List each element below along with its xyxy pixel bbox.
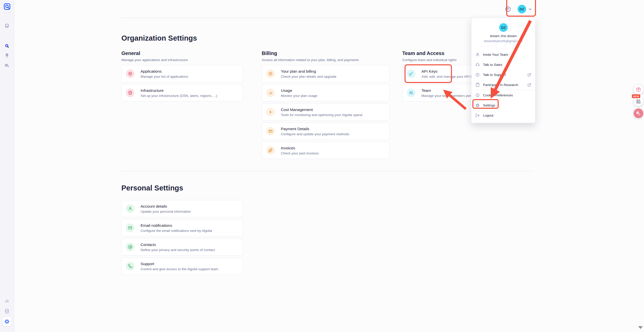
menu-item-settings[interactable]: Settings xyxy=(471,100,535,110)
person-icon xyxy=(126,204,135,213)
algolia-logo-icon[interactable] xyxy=(3,3,11,10)
card-title: Support xyxy=(141,261,218,266)
menu-item-talk-to-sales[interactable]: Talk to Sales xyxy=(471,60,535,70)
card-title: Invoices xyxy=(281,146,319,150)
card-description: Update your personal information xyxy=(141,210,191,214)
menu-item-label: Cookie Preferences xyxy=(483,93,513,97)
info-circle-icon xyxy=(475,93,480,97)
lightbulb-icon xyxy=(4,53,10,58)
bar-chart-icon xyxy=(266,89,275,97)
user-avatar-button[interactable]: DZ xyxy=(518,5,526,13)
menu-item-participate-in-research[interactable]: Participate in Research xyxy=(471,80,535,90)
home-icon xyxy=(4,23,10,28)
section-general: General Manage your applications and inf… xyxy=(121,50,243,161)
gear-icon xyxy=(475,103,480,107)
phone-icon xyxy=(126,262,135,270)
user-dropdown-header: DZ dream zhe dream dreamdreamzhe@gmail.c… xyxy=(471,18,535,49)
card-description: Control and give access to the Algolia s… xyxy=(141,267,218,271)
card-title: Usage xyxy=(281,88,317,93)
card-support[interactable]: Support Control and give access to the A… xyxy=(121,258,243,275)
menu-item-logout[interactable]: Logout xyxy=(471,110,535,120)
list-plus-icon xyxy=(4,63,10,68)
package-icon xyxy=(126,69,135,78)
annotation-arrows xyxy=(0,0,644,332)
card-infrastructure[interactable]: Infrastructure Set up your infrastructur… xyxy=(121,84,243,101)
key-icon xyxy=(407,69,415,78)
logout-icon xyxy=(475,113,480,118)
whats-new-button[interactable] xyxy=(634,85,643,94)
personal-settings-cards: Account details Update your personal inf… xyxy=(121,200,243,277)
at-sign-icon xyxy=(126,243,135,251)
card-title: Your plan and billing xyxy=(281,69,336,74)
menu-item-label: Talk to Sales xyxy=(483,63,502,67)
menu-item-invite-your-team[interactable]: Invite Your Team xyxy=(471,49,535,60)
paperclip-icon xyxy=(266,146,275,155)
card-cost-management[interactable]: Cost Management Tools for monitoring and… xyxy=(262,103,389,121)
content-divider xyxy=(121,171,534,171)
sidebar-item-home[interactable] xyxy=(3,21,12,30)
translate-button[interactable] xyxy=(634,108,643,118)
card-description: Check your past invoices xyxy=(281,151,319,155)
person-icon xyxy=(475,52,480,57)
page-title-personal-settings: Personal Settings xyxy=(121,184,183,192)
translate-icon xyxy=(636,111,641,116)
sidebar-item-settings-active[interactable] xyxy=(3,317,12,326)
credit-card-icon xyxy=(266,127,275,135)
help-button[interactable] xyxy=(505,6,511,12)
team-icon xyxy=(407,89,415,97)
decorative-rings xyxy=(471,18,535,49)
card-title: Infrastructure xyxy=(141,88,217,93)
menu-item-label: Invite Your Team xyxy=(483,53,508,57)
scroll-widget-arrow-icon[interactable] xyxy=(638,326,643,329)
database-icon xyxy=(126,89,135,97)
sidebar-item-analytics[interactable] xyxy=(3,296,12,305)
card-title: Contacts xyxy=(141,242,215,247)
section-description: Access all information related to your p… xyxy=(262,58,389,62)
card-payment-details[interactable]: Payment Details Configure and update you… xyxy=(262,123,389,140)
bar-chart-icon xyxy=(4,298,10,303)
question-circle-icon xyxy=(475,73,480,77)
card-title: API Keys xyxy=(421,69,477,74)
database-icon xyxy=(4,309,10,314)
avatar: DZ xyxy=(499,23,508,32)
headset-icon xyxy=(475,63,480,67)
chevron-down-icon xyxy=(528,7,532,11)
card-title: Account details xyxy=(141,204,191,209)
card-title: Payment Details xyxy=(281,126,349,131)
menu-item-cookie-preferences[interactable]: Cookie Preferences xyxy=(471,90,535,100)
card-description: Tools for monitoring and optimizing your… xyxy=(281,113,362,117)
card-plan-billing[interactable]: Your plan and billing Check your plan de… xyxy=(262,65,389,82)
card-contacts[interactable]: Contacts Define your privacy and securit… xyxy=(121,238,243,256)
card-description: Configure the email notifications sent b… xyxy=(141,229,212,233)
menu-item-label: Logout xyxy=(483,114,493,117)
card-usage[interactable]: Usage Monitor your plan usage xyxy=(262,84,389,101)
section-title: Billing xyxy=(262,50,389,56)
sidebar-item-search[interactable] xyxy=(3,41,12,50)
external-link-icon xyxy=(527,83,531,87)
card-description: Set up your infrastructure (DSN, alerts,… xyxy=(141,94,217,98)
gear-icon xyxy=(4,319,10,324)
section-title: General xyxy=(121,50,243,56)
package-icon xyxy=(266,69,275,78)
dollar-icon xyxy=(266,108,275,116)
new-badge: NEW xyxy=(632,94,640,98)
user-menu-chevron[interactable] xyxy=(528,7,532,11)
sidebar-item-recommend[interactable] xyxy=(3,51,12,60)
card-email-notifications[interactable]: Email notifications Configure the email … xyxy=(121,219,243,236)
card-applications[interactable]: Applications Manage your list of applica… xyxy=(121,65,243,82)
card-description: Check your plan details and upgrade xyxy=(281,75,336,79)
menu-item-talk-to-support[interactable]: Talk to Support xyxy=(471,70,535,80)
card-account-details[interactable]: Account details Update your personal inf… xyxy=(121,200,243,217)
card-invoices[interactable]: Invoices Check your past invoices xyxy=(262,142,389,159)
card-description: Configure and update your payment method… xyxy=(281,132,349,136)
question-circle-icon xyxy=(505,6,511,12)
section-description: Manage your applications and infrastruct… xyxy=(121,58,243,62)
sidebar-item-enrichment[interactable] xyxy=(3,61,12,70)
app-sidebar xyxy=(0,0,14,332)
grid-plus-icon xyxy=(636,99,641,104)
user-email: dreamdreamzhe@gmail.com xyxy=(471,39,535,43)
sidebar-item-data[interactable] xyxy=(3,307,12,316)
search-icon xyxy=(4,43,10,49)
mail-icon xyxy=(126,224,135,232)
menu-item-label: Settings xyxy=(483,103,495,107)
